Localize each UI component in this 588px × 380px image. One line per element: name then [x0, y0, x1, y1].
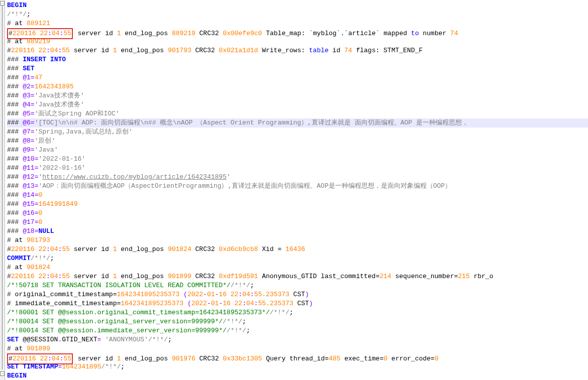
code-line: /*!80014 SET @@session.immediate_server_… — [7, 326, 588, 335]
code-line: /*!80014 SET @@session.original_server_v… — [7, 317, 588, 326]
code-line: COMMIT/*!*/; — [7, 254, 588, 263]
code-line: ### @9='Java' — [7, 146, 588, 155]
code-line-boxed: #220116 22:04:55 server id 1 end_log_pos… — [7, 28, 588, 37]
code-line: ### @10='2022-01-16' — [7, 155, 588, 164]
code-line-highlighted: ### @6='[TOC]\n\n# AOP: 面向切面编程\n## 概念\nA… — [7, 118, 588, 128]
code-line: /*!*/; — [7, 10, 588, 19]
code-line: # at 889219 — [7, 37, 588, 46]
code-line: # at 901899 — [7, 344, 588, 353]
code-line: # at 901793 — [7, 236, 588, 245]
code-line: ### @17=0 — [7, 218, 588, 227]
code-line: # immediate_commit_timestamp=16423418952… — [7, 299, 588, 308]
code-line: ### @12='https://www.cuizb.top/myblog/ar… — [7, 173, 588, 182]
code-line: ### @16=0 — [7, 209, 588, 218]
code-line: ### @13='AOP：面向切面编程概念AOP（AspectOrientPro… — [7, 182, 588, 191]
code-line: ### @5='面试之Spring AOP和IOC' — [7, 109, 588, 118]
code-line: BEGIN — [7, 371, 588, 380]
code-line: ### @7='Spring,Java,面试总结,原创' — [7, 128, 588, 137]
code-line: ### @3='Java技术债务' — [7, 91, 588, 100]
code-line: /*!80001 SET @@session.original_commit_t… — [7, 308, 588, 317]
keyword-begin: BEGIN — [7, 372, 27, 379]
code-line: /*!50718 SET TRANSACTION ISOLATION LEVEL… — [7, 281, 588, 290]
code-line: SET @@SESSION.GTID_NEXT= 'ANONYMOUS'/*!*… — [7, 335, 588, 344]
code-line: ### @15=1641991849 — [7, 200, 588, 209]
code-line: ### INSERT INTO — [7, 55, 588, 64]
code-line: # at 889121 — [7, 19, 588, 28]
code-line: BEGIN — [7, 1, 588, 10]
code-line: ### @8='原创' — [7, 137, 588, 146]
url-link[interactable]: https://www.cuizb.top/myblog/article/164… — [42, 173, 227, 181]
fold-line — [2, 6, 3, 369]
code-line: # original_commit_timestamp=164234189523… — [7, 290, 588, 299]
code-line: SET TIMESTAMP=1642341895/*!*/; — [7, 362, 588, 371]
keyword-begin: BEGIN — [7, 2, 27, 9]
fold-toggle-icon[interactable]: − — [0, 371, 5, 376]
code-line: # at 901824 — [7, 263, 588, 272]
code-line: #220116 22:04:55 server id 1 end_log_pos… — [7, 46, 588, 55]
code-line: ### SET — [7, 64, 588, 73]
fold-gutter: − − — [0, 0, 5, 380]
fold-toggle-icon[interactable]: − — [0, 1, 5, 6]
code-line-boxed: #220116 22:04:55 server id 1 end_log_pos… — [7, 353, 588, 362]
code-line: #220116 22:04:55 server id 1 end_log_pos… — [7, 245, 588, 254]
code-line: ### @11='2022-01-16' — [7, 164, 588, 173]
code-line: ### @4='Java技术债务' — [7, 100, 588, 109]
code-line: ### @14=0 — [7, 191, 588, 200]
code-line: ### @2=1642341895 — [7, 82, 588, 91]
code-line: ### @1=47 — [7, 73, 588, 82]
code-line: ### @18=NULL — [7, 227, 588, 236]
code-line: #220116 22:04:55 server id 1 end_log_pos… — [7, 272, 588, 281]
code-area[interactable]: BEGIN /*!*/; # at 889121 #220116 22:04:5… — [5, 0, 588, 380]
